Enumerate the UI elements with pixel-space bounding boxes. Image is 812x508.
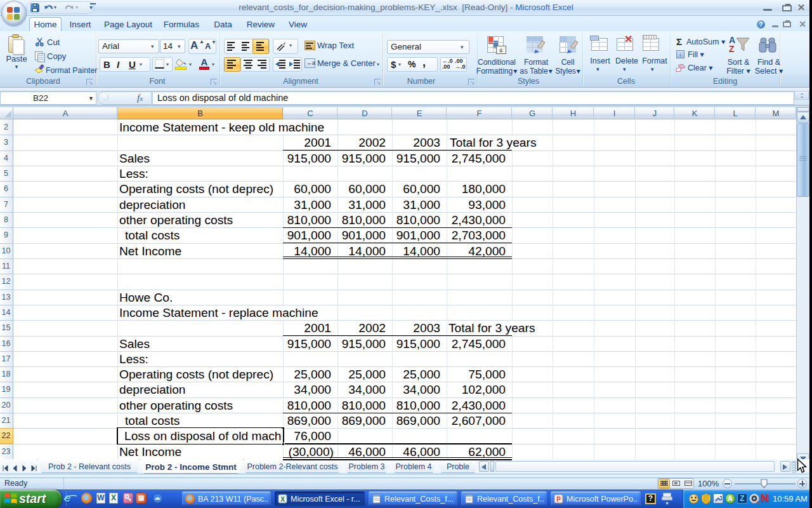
- svg-text:X: X: [280, 496, 285, 503]
- svg-text:P: P: [556, 496, 561, 503]
